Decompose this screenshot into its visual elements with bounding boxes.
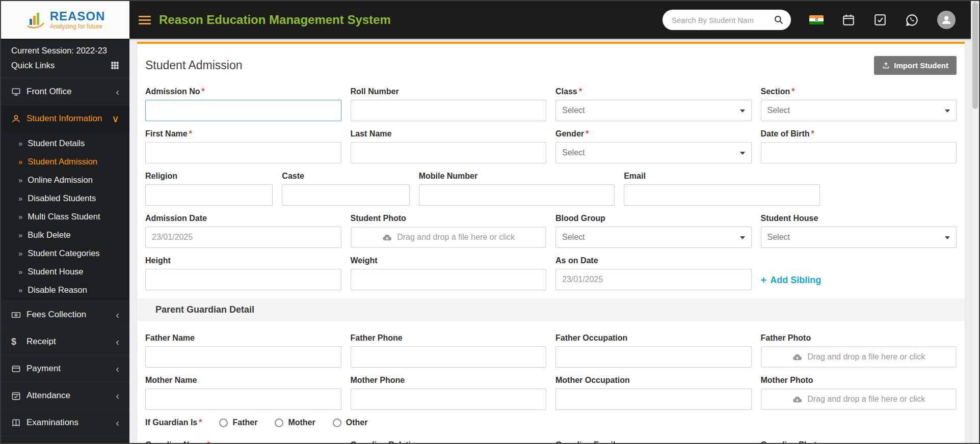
tasks-icon[interactable]: [873, 13, 887, 26]
mother-phone-label: Mother Phone: [351, 376, 547, 385]
sidebar-item-payment[interactable]: Payment ‹: [1, 355, 129, 382]
vertical-scrollbar[interactable]: [971, 1, 979, 443]
guardian-other-radio[interactable]: Other: [333, 418, 368, 427]
date-of-birth-input[interactable]: [761, 142, 957, 163]
father-name-input[interactable]: [145, 346, 341, 368]
religion-input[interactable]: [145, 184, 273, 206]
roll-number-field: Roll Number: [351, 87, 547, 121]
scrollbar-thumb[interactable]: [972, 2, 978, 109]
gender-select[interactable]: Select: [555, 142, 752, 163]
chevron-left-icon: ‹: [116, 337, 119, 347]
father-occupation-input[interactable]: [555, 346, 752, 368]
roll-number-label: Roll Number: [351, 87, 547, 96]
sidebar-item-front-office[interactable]: Front Office ‹: [1, 78, 129, 105]
guardian-father-radio[interactable]: Father: [219, 418, 257, 427]
required-asterisk: *: [202, 87, 205, 96]
sidebar-subitem-student-categories[interactable]: » Student Categories: [1, 244, 129, 262]
mother-occupation-input[interactable]: [555, 388, 752, 410]
mobile-number-label: Mobile Number: [419, 172, 615, 181]
gender-field: Gender* Select: [555, 129, 752, 163]
first-name-input[interactable]: [145, 142, 341, 163]
import-student-button[interactable]: Import Student: [874, 56, 957, 75]
as-on-date-input[interactable]: [555, 269, 752, 290]
religion-label: Religion: [145, 172, 273, 181]
email-input[interactable]: [624, 184, 820, 206]
sidebar-subitem-student-house[interactable]: » Student House: [1, 262, 129, 281]
sidebar-subitem-disabled-students[interactable]: » Disabled Students: [1, 189, 129, 207]
mother-phone-input[interactable]: [351, 388, 547, 410]
user-avatar[interactable]: [937, 11, 956, 29]
section-field: Section* Select: [761, 87, 957, 121]
admission-form: Admission No* Roll Number Class* Select …: [137, 84, 965, 290]
father-phone-input[interactable]: [351, 346, 547, 368]
sidebar-subitem-disable-reason[interactable]: » Disable Reason: [1, 281, 129, 299]
language-flag-icon[interactable]: [809, 15, 824, 25]
mother-photo-dropzone[interactable]: Drag and drop a file here or click: [761, 388, 957, 410]
section-select[interactable]: Select: [761, 100, 957, 121]
sidebar-item-receipt[interactable]: $ Receipt ‹: [1, 328, 129, 355]
as-on-date-field: As on Date: [555, 256, 752, 290]
calendar-icon[interactable]: [842, 13, 855, 26]
weight-input[interactable]: [351, 269, 547, 290]
required-asterisk: *: [579, 87, 582, 96]
sidebar-subitem-multi-class-student[interactable]: » Multi Class Student: [1, 207, 129, 226]
roll-number-input[interactable]: [351, 100, 547, 121]
quick-links[interactable]: Quick Links: [1, 57, 129, 78]
chevron-left-icon: ‹: [116, 391, 119, 401]
admission-no-input[interactable]: [145, 100, 341, 121]
admission-date-label: Admission Date: [145, 214, 341, 223]
father-name-label: Father Name: [145, 334, 341, 343]
weight-label: Weight: [351, 256, 547, 265]
guardian-photo-field: Guardian Photo Drag and drop a file here…: [761, 440, 957, 443]
guardian-mother-radio[interactable]: Mother: [275, 418, 315, 427]
sidebar-subitem-online-admission[interactable]: » Online Admission: [1, 171, 129, 189]
cloud-upload-icon: [382, 232, 392, 243]
student-photo-dropzone[interactable]: Drag and drop a file here or click: [351, 227, 547, 248]
student-admission-card: Student Admission Import Student Admissi…: [137, 42, 965, 443]
required-asterisk: *: [189, 129, 192, 138]
mother-name-input[interactable]: [145, 388, 341, 410]
chevron-down-icon: ∨: [112, 114, 119, 124]
student-house-label: Student House: [761, 214, 957, 223]
sidebar-subitem-student-details[interactable]: » Student Details: [1, 134, 129, 152]
menu-toggle-button[interactable]: [139, 14, 151, 26]
father-photo-dropzone[interactable]: Drag and drop a file here or click: [761, 346, 957, 368]
search-input[interactable]: [672, 16, 774, 24]
brand-chart-icon: [25, 10, 46, 30]
mother-phone-field: Mother Phone: [351, 376, 547, 410]
gender-label: Gender*: [555, 129, 752, 138]
admission-date-input[interactable]: [145, 227, 341, 248]
sidebar-subitem-bulk-delete[interactable]: » Bulk Delete: [1, 226, 129, 244]
sidebar-subitem-student-admission[interactable]: » Student Admission: [1, 152, 129, 171]
caste-input[interactable]: [282, 184, 409, 206]
class-select[interactable]: Select: [555, 100, 752, 121]
guardian-photo-label: Guardian Photo: [761, 440, 957, 443]
app-title: Reason Education Management System: [159, 13, 391, 27]
guardian-email-label: Guardian Email: [555, 440, 752, 443]
current-session-label: Current Session: 2022-23: [1, 39, 129, 57]
sidebar-item-fees-collection[interactable]: Fees Collection ‹: [1, 301, 129, 328]
cloud-upload-icon: [792, 394, 803, 405]
sidebar-item-examinations[interactable]: Examinations ‹: [1, 409, 129, 436]
sidebar-item-online-examinations[interactable]: Online Examinations ‹: [1, 436, 129, 443]
double-chevron-icon: »: [18, 249, 22, 258]
email-field: Email: [624, 172, 820, 206]
mother-occupation-label: Mother Occupation: [555, 376, 752, 385]
blood-group-label: Blood Group: [555, 214, 752, 223]
mobile-number-input[interactable]: [419, 184, 615, 206]
height-label: Height: [145, 256, 341, 265]
add-sibling-link[interactable]: + Add Sibling: [761, 274, 822, 286]
student-photo-field: Student Photo Drag and drop a file here …: [351, 214, 547, 248]
sidebar-item-student-information[interactable]: Student Information ∨: [1, 105, 129, 132]
blood-group-select[interactable]: Select: [555, 227, 752, 248]
last-name-input[interactable]: [351, 142, 547, 163]
height-input[interactable]: [145, 269, 341, 290]
student-house-select[interactable]: Select: [761, 227, 957, 248]
blood-group-field: Blood Group Select: [555, 214, 752, 248]
whatsapp-icon[interactable]: [905, 13, 919, 27]
sidebar-item-attendance[interactable]: Attendance ‹: [1, 382, 129, 409]
guardian-relation-label: Guardian Relation: [351, 440, 547, 443]
brand-logo[interactable]: REASON Analyzing for future: [1, 1, 129, 39]
double-chevron-icon: »: [18, 139, 22, 148]
search-icon[interactable]: [774, 15, 784, 25]
